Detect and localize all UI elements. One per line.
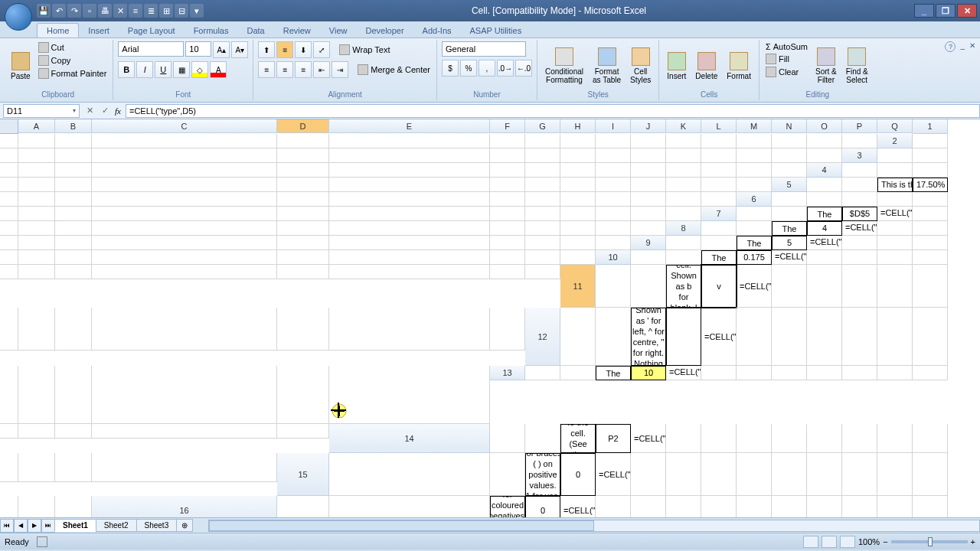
cell-N6[interactable]: [560, 207, 596, 221]
cell-F10[interactable]: [807, 250, 842, 265]
qat-item[interactable]: ⊞: [159, 4, 173, 18]
decrease-indent-button[interactable]: ⇤: [313, 61, 330, 78]
cell-A13[interactable]: [525, 366, 560, 380]
increase-indent-button[interactable]: ⇥: [332, 61, 348, 78]
cancel-formula-icon[interactable]: ✕: [83, 104, 96, 118]
cell-N14[interactable]: [0, 453, 18, 482]
cell-Q5[interactable]: [701, 192, 737, 207]
cell-C2[interactable]: [18, 148, 55, 163]
cell-P15[interactable]: [18, 496, 55, 517]
cell-F16[interactable]: [596, 496, 631, 517]
cell-D4[interactable]: [0, 178, 18, 192]
cell-L10[interactable]: [55, 265, 92, 279]
cell-A6[interactable]: [772, 192, 807, 207]
cell-B1[interactable]: [18, 134, 55, 148]
row-header-8[interactable]: 8: [666, 221, 701, 236]
cell-E9[interactable]: =CELL("row",d5): [807, 236, 842, 250]
cell-E7[interactable]: =CELL("address",d5): [877, 207, 913, 221]
insert-cells-button[interactable]: Insert: [664, 41, 689, 90]
cell-J1[interactable]: [596, 134, 631, 148]
cell-C12[interactable]: The alignment of the cell.Shown as ' for…: [631, 308, 666, 366]
cell-D8[interactable]: 4: [807, 221, 842, 236]
align-left-button[interactable]: ≡: [258, 61, 275, 78]
cell-P5[interactable]: [666, 192, 701, 207]
cell-L4[interactable]: [560, 178, 596, 192]
cell-K10[interactable]: [18, 265, 55, 279]
office-button[interactable]: [5, 3, 32, 31]
cell-G8[interactable]: [913, 221, 948, 236]
increase-decimal-button[interactable]: .0→: [497, 60, 514, 77]
macro-record-icon[interactable]: [37, 536, 47, 547]
qat-item[interactable]: ⊟: [175, 4, 188, 18]
cell-D13[interactable]: 10: [631, 366, 666, 380]
cell-L14[interactable]: [877, 424, 913, 453]
cell-F8[interactable]: [877, 221, 913, 236]
cell-H4[interactable]: [277, 178, 329, 192]
cell-Q4[interactable]: [737, 178, 772, 192]
cell-Q9[interactable]: [560, 250, 596, 265]
percent-button[interactable]: %: [460, 60, 477, 77]
format-as-table-button[interactable]: Format as Table: [590, 41, 624, 90]
qat-undo-icon[interactable]: ↶: [52, 4, 66, 18]
cell-C7[interactable]: The cell address.: [807, 207, 842, 221]
tab-view[interactable]: View: [320, 24, 357, 37]
format-painter-button[interactable]: Format Painter: [37, 67, 109, 80]
cell-B5[interactable]: [842, 178, 877, 192]
cell-J7[interactable]: [92, 221, 277, 236]
cell-K9[interactable]: [55, 250, 92, 265]
cell-C16[interactable]: Formatted for coloured negatives.1 for y…: [490, 496, 525, 517]
cell-P11[interactable]: [329, 308, 490, 350]
cell-J9[interactable]: [18, 250, 55, 265]
cell-A16[interactable]: [277, 496, 329, 517]
prev-sheet-button[interactable]: ◀: [14, 519, 28, 533]
cell-K8[interactable]: [92, 236, 277, 250]
enter-formula-icon[interactable]: ✓: [98, 104, 112, 118]
normal-view-button[interactable]: [803, 536, 818, 548]
cell-O16[interactable]: [913, 496, 948, 517]
cell-A3[interactable]: [877, 148, 913, 163]
cell-D5[interactable]: 17.50%: [913, 178, 948, 192]
cell-K7[interactable]: [277, 221, 329, 236]
column-header-L[interactable]: L: [701, 119, 737, 133]
cell-P8[interactable]: [560, 236, 596, 250]
cell-J5[interactable]: [329, 192, 490, 207]
cell-N8[interactable]: [490, 236, 525, 250]
cell-O3[interactable]: [701, 163, 737, 178]
cell-I13[interactable]: [807, 366, 842, 380]
cell-J6[interactable]: [277, 207, 329, 221]
cell-D6[interactable]: [877, 192, 913, 207]
cell-P6[interactable]: [631, 207, 666, 221]
sheet-tab-3[interactable]: Sheet3: [136, 519, 178, 532]
cell-G9[interactable]: [877, 236, 913, 250]
cell-L7[interactable]: [329, 221, 490, 236]
cell-O8[interactable]: [525, 236, 560, 250]
currency-button[interactable]: $: [442, 60, 459, 77]
cell-M7[interactable]: [490, 221, 525, 236]
cell-H14[interactable]: [737, 424, 772, 453]
cell-L1[interactable]: [666, 134, 701, 148]
cell-K5[interactable]: [490, 192, 525, 207]
cell-F14[interactable]: [666, 424, 701, 453]
cell-G10[interactable]: [842, 250, 877, 265]
row-header-13[interactable]: 13: [490, 366, 525, 380]
cell-D12[interactable]: [666, 308, 701, 366]
grow-font-button[interactable]: A▴: [213, 41, 230, 58]
cell-L9[interactable]: [92, 250, 277, 265]
cell-N15[interactable]: [913, 453, 948, 496]
cell-E1[interactable]: [277, 134, 329, 148]
row-header-12[interactable]: 12: [525, 308, 560, 366]
cell-Q6[interactable]: [666, 207, 701, 221]
tab-addins[interactable]: Add-Ins: [413, 24, 461, 37]
cell-D1[interactable]: [92, 134, 277, 148]
cell-G12[interactable]: [772, 308, 807, 366]
cell-H13[interactable]: [772, 366, 807, 380]
row-header-15[interactable]: 15: [277, 453, 329, 496]
cell-P4[interactable]: [701, 178, 737, 192]
column-header-P[interactable]: P: [842, 119, 877, 133]
cell-C13[interactable]: The width of the cell.: [596, 366, 631, 380]
cell-O5[interactable]: [631, 192, 666, 207]
cell-L11[interactable]: [18, 308, 55, 350]
paste-button[interactable]: Paste: [8, 41, 34, 90]
cell-K3[interactable]: [560, 163, 596, 178]
cell-F12[interactable]: [737, 308, 772, 366]
